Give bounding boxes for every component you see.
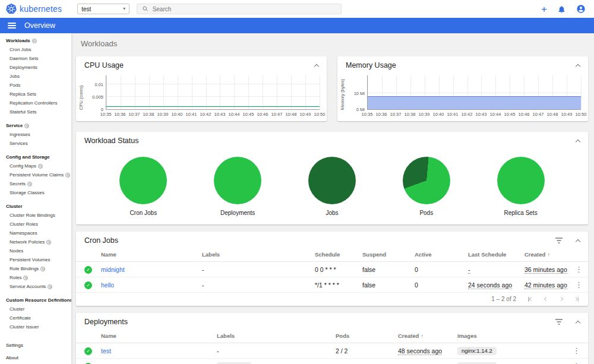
collapse-chevron-icon[interactable] [576,140,580,144]
search-bar[interactable] [137,4,342,14]
sidebar-item-ingresses[interactable]: Ingresses [0,130,71,139]
row-actions-menu-icon[interactable] [573,362,580,364]
labels-cell: app: nginx [213,359,332,364]
cron-job-link[interactable]: midnight [101,266,125,273]
search-icon [142,5,148,12]
sidebar-section-service[interactable]: ServiceN [0,121,71,130]
sidebar-item-persistent-volumes[interactable]: Persistent Volumes [0,255,71,264]
user-account-icon[interactable] [576,4,586,14]
column-header-pods[interactable]: Pods [332,330,394,343]
sidebar-item-about[interactable]: About [0,353,71,362]
last-page-button[interactable] [574,297,579,302]
column-label: Created [525,251,545,258]
column-header-suspend[interactable]: Suspend [359,248,411,262]
menu-icon[interactable] [8,23,16,29]
search-input[interactable] [153,6,337,12]
sidebar-item-stateful-sets[interactable]: Stateful Sets [0,107,71,116]
notifications-bell-icon[interactable] [557,5,566,14]
item-label: Network Policies [10,239,45,245]
cron-jobs-table: Name Labels Schedule Suspend Active Last… [76,248,588,293]
filter-icon[interactable] [555,238,563,243]
filter-icon[interactable] [555,319,563,325]
column-header-created[interactable]: Created [521,248,571,262]
cron-job-row-midnight[interactable]: midnight - 0 0 * * * false 0 - 36 minute… [76,262,588,277]
column-header-name[interactable]: Name [97,248,198,262]
pie-chart[interactable] [308,157,356,204]
column-header-schedule[interactable]: Schedule [311,248,359,262]
sidebar-item-service-accounts[interactable]: Service AccountsN [0,282,71,291]
sidebar-item-cluster-crd[interactable]: Cluster [0,305,71,314]
sidebar-item-replica-sets[interactable]: Replica Sets [0,90,71,99]
row-actions-menu-icon[interactable] [573,346,580,355]
deployment-row-nginx-deployment[interactable]: nginx-deployment app: nginx 3 / 3 42 min… [76,359,588,364]
pie-label: Replica Sets [504,210,538,216]
sidebar-item-deployments[interactable]: Deployments [0,63,71,72]
pie-chart[interactable] [119,157,167,204]
pagination-bar: 1 – 2 of 2 [76,293,588,306]
collapse-chevron-icon[interactable] [576,321,580,325]
sidebar-item-persistent-volume-claims[interactable]: Persistent Volume ClaimsN [0,170,71,179]
sidebar-item-roles[interactable]: RolesN [0,273,71,282]
column-header-active[interactable]: Active [411,248,465,262]
sidebar-item-daemon-sets[interactable]: Daemon Sets [0,54,71,63]
sidebar-item-storage-classes[interactable]: Storage Classes [0,188,71,197]
sidebar-item-replication-controllers[interactable]: Replication Controllers [0,99,71,107]
suspend-cell: false [359,277,411,293]
pie-chart[interactable] [497,157,545,204]
column-header-labels[interactable]: Labels [198,248,311,262]
column-header-name[interactable]: Name [97,330,213,343]
previous-page-button[interactable] [545,297,548,300]
sidebar-item-role-bindings[interactable]: Role BindingsN [0,264,71,273]
deployment-row-test[interactable]: test - 2 / 2 48 seconds ago nginx:1.14.2 [76,343,588,359]
sidebar-section-config-and-storage[interactable]: Config and Storage [0,153,71,162]
relative-time: - [468,266,470,274]
next-page-button[interactable] [560,297,563,300]
brand-home-link[interactable]: kubernetes [6,4,62,14]
row-actions-menu-icon[interactable] [575,265,583,274]
sidebar-item-jobs[interactable]: Jobs [0,72,71,81]
namespace-selector[interactable]: test [77,4,129,14]
sidebar-item-config-maps[interactable]: Config MapsN [0,162,71,170]
sidebar-item-cluster-roles[interactable]: Cluster Roles [0,220,71,229]
labels-cell: - [198,262,311,277]
create-resource-button[interactable] [541,4,547,14]
sidebar-item-cluster-issuer[interactable]: Cluster Issuer [0,322,71,331]
item-label: Deployments [10,65,37,70]
created-cell: 48 seconds ago [394,343,454,359]
sidebar-item-services[interactable]: Services [0,139,71,148]
sidebar-item-settings[interactable]: Settings [0,341,71,350]
row-actions-menu-icon[interactable] [575,280,583,289]
first-page-button[interactable] [528,297,533,302]
x-axis-tick-label: 10:44 [490,112,501,117]
column-header-created[interactable]: Created [394,330,454,343]
sidebar-item-cron-jobs[interactable]: Cron Jobs [0,45,71,54]
sidebar-section-cluster[interactable]: Cluster [0,202,71,211]
card-title: Deployments [84,318,555,326]
gridline [234,75,235,109]
cron-jobs-card: Cron Jobs Name Labels Schedule Suspend A… [76,232,588,306]
sidebar-item-namespaces[interactable]: Namespaces [0,229,71,238]
gridline [220,75,220,109]
column-header-images[interactable]: Images [454,330,569,343]
deployment-link[interactable]: test [101,347,111,354]
column-header-last-schedule[interactable]: Last Schedule [465,248,521,262]
namespaced-badge-icon: N [27,182,32,186]
sidebar-section-custom-resource-definitions[interactable]: Custom Resource Definitions [0,296,71,305]
last-schedule-cell: 24 seconds ago [465,277,521,293]
cron-job-row-hello[interactable]: hello - */1 * * * * false 0 24 seconds a… [76,277,588,293]
sidebar-section-workloads[interactable]: WorkloadsN [0,36,71,45]
image-chip: nginx:1.14.2 [457,347,497,355]
sidebar-item-certificate[interactable]: Certificate [0,314,71,322]
sidebar-item-pods[interactable]: Pods [0,81,71,90]
collapse-chevron-icon[interactable] [576,239,580,244]
column-header-labels[interactable]: Labels [213,330,332,343]
cron-job-link[interactable]: hello [101,281,114,289]
sidebar-item-cluster-role-bindings[interactable]: Cluster Role Bindings [0,211,71,220]
sidebar-item-network-policies[interactable]: Network PoliciesN [0,238,71,246]
collapse-chevron-icon[interactable] [576,64,580,69]
pie-chart[interactable] [214,157,261,204]
pie-chart[interactable] [403,157,450,204]
sidebar-item-secrets[interactable]: SecretsN [0,179,71,188]
sidebar-item-nodes[interactable]: Nodes [0,246,71,255]
collapse-chevron-icon[interactable] [314,64,319,69]
